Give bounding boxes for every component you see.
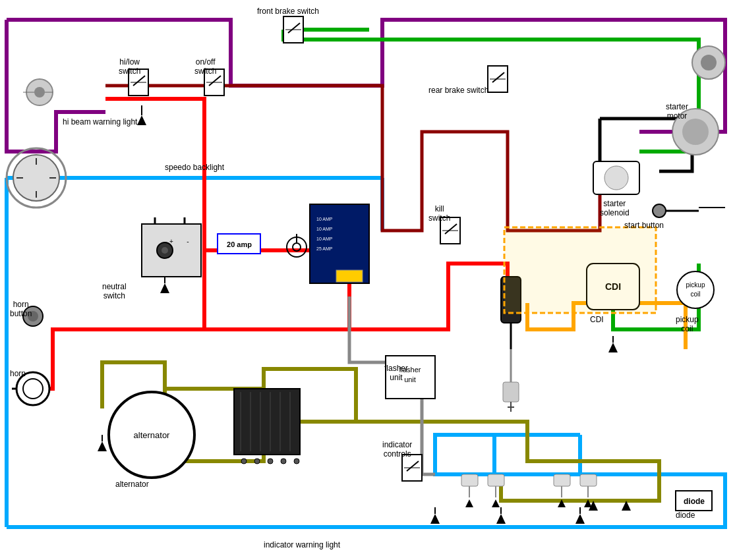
svg-text:coil: coil: [690, 291, 700, 298]
svg-marker-20: [430, 514, 440, 524]
svg-text:unit: unit: [404, 376, 416, 383]
svg-point-108: [682, 119, 709, 145]
svg-rect-104: [504, 227, 656, 313]
svg-marker-22: [575, 514, 585, 524]
svg-point-82: [241, 459, 247, 464]
svg-marker-16: [608, 343, 618, 352]
svg-marker-8: [160, 283, 169, 293]
svg-point-69: [28, 311, 38, 322]
svg-rect-116: [580, 474, 597, 486]
svg-point-46: [701, 55, 717, 70]
svg-text:20 amp: 20 amp: [227, 240, 252, 248]
svg-text:10 AMP: 10 AMP: [316, 217, 333, 221]
svg-marker-12: [98, 441, 107, 451]
svg-point-32: [34, 87, 45, 98]
svg-text:diode: diode: [684, 497, 705, 506]
svg-point-86: [294, 459, 299, 464]
svg-point-110: [653, 204, 666, 217]
svg-point-85: [281, 459, 286, 464]
svg-rect-101: [503, 382, 519, 402]
svg-rect-114: [488, 474, 504, 486]
svg-text:-: -: [187, 238, 189, 245]
svg-point-84: [268, 459, 273, 464]
svg-marker-121: [465, 499, 473, 507]
svg-marker-10: [137, 115, 146, 125]
svg-text:10 AMP: 10 AMP: [316, 237, 333, 241]
svg-text:10 AMP: 10 AMP: [316, 227, 333, 231]
svg-text:flasher: flasher: [399, 366, 421, 374]
svg-point-83: [254, 459, 260, 464]
svg-rect-113: [461, 474, 478, 486]
svg-point-67: [162, 247, 168, 254]
svg-point-95: [677, 271, 714, 308]
svg-rect-62: [336, 270, 363, 282]
svg-text:pickup: pickup: [686, 281, 705, 289]
wiring-diagram: + - 20 amp 10 AMP 10 AMP 10 AMP 25 AMP: [0, 0, 735, 560]
svg-text:alternator: alternator: [134, 430, 171, 440]
svg-point-70: [16, 372, 49, 405]
svg-text:25 AMP: 25 AMP: [316, 246, 333, 251]
svg-point-106: [604, 166, 628, 190]
svg-marker-122: [492, 499, 500, 507]
svg-rect-115: [554, 474, 570, 486]
svg-marker-18: [496, 514, 506, 524]
